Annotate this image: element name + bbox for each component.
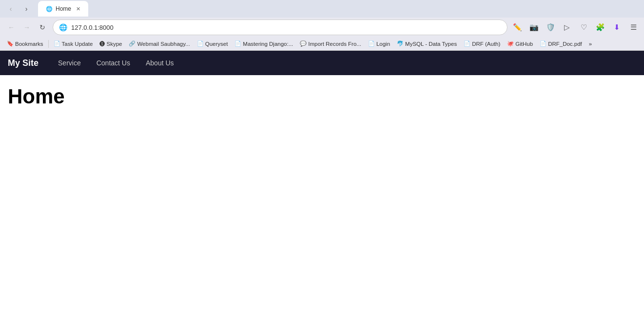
forward-button[interactable]: → [20,20,34,35]
bookmark-webmail[interactable]: 🔗 Webmail Saubhagy... [126,40,193,48]
bookmark-task-update[interactable]: 📄 Task Update [51,40,96,48]
nav-link-about[interactable]: About Us [138,51,182,75]
new-tab-back-btn[interactable]: ‹ [4,2,18,16]
address-bar-row: ← → ↻ 🌐 127.0.0.1:8000 ✏️ 📷 🛡️ ▷ ♡ 🧩 ⬇ ☰ [0,18,644,37]
bookmark-bookmarks[interactable]: 🔖 Bookmarks [4,40,46,48]
queryset-icon: 📄 [197,40,204,47]
bookmark-more[interactable]: » [586,40,595,48]
new-tab-forward-btn[interactable]: › [20,2,33,16]
tab-title: Home [56,5,71,12]
globe-icon: 🌐 [59,23,67,31]
webmail-icon: 🔗 [129,40,136,47]
bookmark-webmail-label: Webmail Saubhagy... [137,41,190,47]
drf-auth-icon: 📄 [464,40,470,47]
bookmark-mastering-django[interactable]: 📄 Mastering Django:... [232,40,296,48]
bookmarks-bar: 🔖 Bookmarks 📄 Task Update 🅢 Skype 🔗 Webm… [0,37,644,51]
toolbar-icons: ✏️ 📷 🛡️ ▷ ♡ 🧩 ⬇ ☰ [510,20,640,34]
bookmark-separator-1 [48,40,49,48]
nav-link-contact[interactable]: Contact Us [89,51,138,75]
site-nav: My Site Service Contact Us About Us [0,51,644,75]
bookmark-drf-auth-label: DRF (Auth) [472,41,500,47]
address-nav-controls: ← → ↻ [4,20,50,35]
nav-link-service[interactable]: Service [50,51,89,75]
screenshot-icon[interactable]: ✏️ [510,20,524,34]
browser-chrome: ‹ › 🌐 Home ✕ ← → ↻ 🌐 127.0.0.1:8000 ✏️ 📷… [0,0,644,319]
camera-icon[interactable]: 📷 [527,20,541,34]
import-records-icon: 💬 [300,40,307,47]
bookmark-drf-doc[interactable]: 📄 DRF_Doc.pdf [537,40,585,48]
play-icon[interactable]: ▷ [560,20,574,34]
bookmark-drf-auth[interactable]: 📄 DRF (Auth) [461,40,503,48]
active-tab[interactable]: 🌐 Home ✕ [38,1,88,17]
back-button[interactable]: ← [4,20,19,35]
bookmark-bookmarks-label: Bookmarks [15,41,43,47]
bookmark-mysql-label: MySQL - Data Types [405,41,457,47]
page-heading: Home [8,85,636,108]
bookmark-queryset-label: Queryset [205,41,228,47]
github-icon: 🐙 [507,40,514,47]
login-icon: 📄 [368,40,375,47]
bookmark-mysql[interactable]: 🐬 MySQL - Data Types [394,40,460,48]
bookmark-import-records-label: Import Records Fro... [308,41,361,47]
address-text: 127.0.0.1:8000 [71,24,501,31]
bookmark-login-label: Login [376,41,390,47]
bookmark-task-update-label: Task Update [62,41,93,47]
bookmark-skype-label: Skype [106,41,122,47]
site-logo[interactable]: My Site [8,58,39,68]
bookmark-import-records[interactable]: 💬 Import Records Fro... [297,40,364,48]
bookmark-more-label: » [589,41,592,47]
bookmark-skype[interactable]: 🅢 Skype [97,40,125,48]
skype-icon: 🅢 [99,41,105,47]
reload-button[interactable]: ↻ [35,20,50,35]
mysql-icon: 🐬 [397,40,404,47]
bookmark-drf-doc-label: DRF_Doc.pdf [548,41,582,47]
tab-close-icon[interactable]: ✕ [76,6,80,12]
heart-icon[interactable]: ♡ [577,20,590,34]
drf-doc-icon: 📄 [540,40,546,47]
tab-favicon-icon: 🌐 [46,6,53,12]
task-update-icon: 📄 [54,40,60,47]
bookmark-login[interactable]: 📄 Login [365,40,393,48]
download-icon[interactable]: ⬇ [610,20,624,34]
tab-bar: ‹ › 🌐 Home ✕ [0,0,644,18]
main-content: Home [0,75,644,319]
shield-icon[interactable]: 🛡️ [544,20,557,34]
tab-nav-controls: ‹ › [4,2,33,16]
address-bar[interactable]: 🌐 127.0.0.1:8000 [53,20,507,35]
bookmark-queryset[interactable]: 📄 Queryset [194,40,231,48]
mastering-django-icon: 📄 [234,40,241,47]
menu-icon[interactable]: ☰ [626,20,640,34]
bookmark-github[interactable]: 🐙 GitHub [504,40,536,48]
bookmark-github-label: GitHub [515,41,533,47]
page-content: My Site Service Contact Us About Us Home [0,51,644,319]
bookmarks-icon: 🔖 [7,40,14,47]
bookmark-mastering-django-label: Mastering Django:... [243,41,293,47]
puzzle-icon[interactable]: 🧩 [593,20,607,34]
